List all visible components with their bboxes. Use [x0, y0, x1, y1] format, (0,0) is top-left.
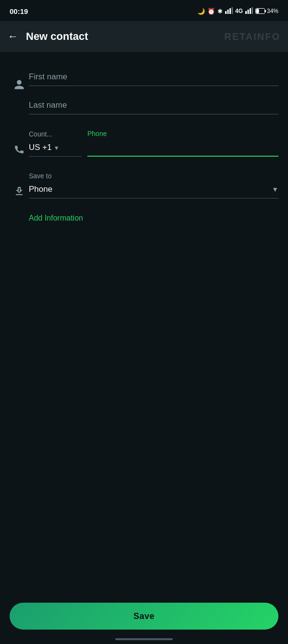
- svg-rect-10: [256, 9, 259, 13]
- first-name-input[interactable]: [29, 69, 278, 86]
- moon-icon: 🌙: [197, 8, 205, 15]
- svg-rect-7: [252, 7, 253, 14]
- svg-rect-2: [229, 8, 231, 14]
- svg-rect-9: [265, 10, 266, 12]
- phone-input-row: Count... US +1 ▼ Phone: [29, 130, 278, 157]
- save-to-dropdown-arrow: ▼: [272, 186, 278, 193]
- save-to-value: Phone: [29, 185, 52, 194]
- save-button-container: Save: [10, 603, 278, 630]
- name-row: [0, 62, 288, 122]
- watermark: RETAINFO: [224, 31, 280, 42]
- country-group: Count... US +1 ▼: [29, 130, 82, 157]
- add-information-button[interactable]: Add Information: [0, 206, 288, 230]
- alarm-icon: ⏰: [207, 8, 215, 15]
- save-to-row: Save to Phone ▼: [0, 164, 288, 206]
- signal-icon: [225, 7, 233, 15]
- battery-percent: 34%: [267, 8, 278, 14]
- phone-label: Phone: [87, 130, 278, 137]
- save-button[interactable]: Save: [10, 603, 278, 630]
- first-name-group: [29, 69, 278, 86]
- form-container: Count... US +1 ▼ Phone Save to: [0, 52, 288, 240]
- phone-icon: [10, 130, 29, 155]
- lte-icon: 4G: [235, 8, 243, 14]
- lte-signal-icon: [245, 7, 253, 15]
- country-select[interactable]: US +1 ▼: [29, 140, 82, 157]
- phone-fields: Count... US +1 ▼ Phone: [29, 130, 278, 157]
- save-to-fields: Save to Phone ▼: [29, 172, 278, 198]
- save-to-label: Save to: [29, 172, 278, 180]
- phone-row: Count... US +1 ▼ Phone: [0, 122, 288, 164]
- svg-rect-1: [227, 10, 228, 14]
- save-to-select[interactable]: Phone ▼: [29, 182, 278, 198]
- last-name-group: [29, 98, 278, 114]
- status-icons: 🌙 ⏰ ✱ 4G 34%: [197, 7, 278, 15]
- country-value: US +1: [29, 143, 52, 152]
- page-title: New contact: [26, 30, 88, 43]
- battery-icon: 34%: [255, 8, 278, 14]
- svg-rect-5: [247, 10, 249, 14]
- phone-number-input[interactable]: [87, 139, 278, 157]
- status-time: 00:19: [10, 7, 28, 15]
- person-icon: [10, 69, 29, 90]
- back-button[interactable]: ←: [8, 30, 18, 43]
- status-bar: 00:19 🌙 ⏰ ✱ 4G: [0, 0, 288, 21]
- phone-number-group: Phone: [87, 130, 278, 157]
- add-information-label: Add Information: [29, 214, 83, 222]
- svg-rect-3: [231, 7, 233, 14]
- name-fields: [29, 69, 278, 114]
- bluetooth-icon: ✱: [217, 8, 223, 15]
- svg-rect-6: [250, 8, 251, 14]
- svg-rect-4: [245, 11, 247, 14]
- nav-bar: [115, 638, 173, 640]
- app-bar: ← New contact RETAINFO: [0, 21, 288, 52]
- svg-rect-0: [225, 11, 227, 14]
- country-dropdown-arrow: ▼: [54, 145, 60, 151]
- country-label: Count...: [29, 130, 82, 138]
- last-name-input[interactable]: [29, 98, 278, 114]
- save-to-icon: [10, 172, 29, 197]
